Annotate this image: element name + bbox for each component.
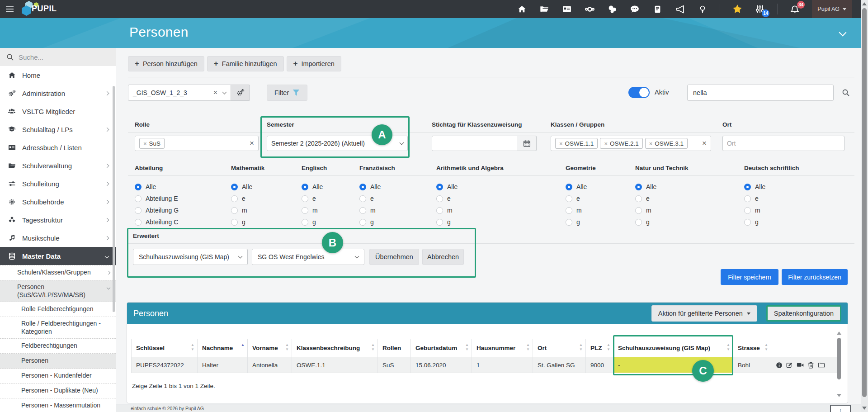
sidebar-item-feldberechtigungen[interactable]: Feldberechtigungen	[0, 339, 116, 354]
sidebar-item-schulen-klassen-gruppen[interactable]: Schulen/Klassen/Gruppen	[0, 265, 116, 280]
pupil-logo[interactable]: PUPIL	[21, 0, 74, 18]
remove-tag-icon[interactable]: ×	[559, 140, 563, 147]
home-icon[interactable]	[516, 4, 527, 14]
sort-icon[interactable]: ▲▼	[371, 343, 375, 352]
radio-icon[interactable]	[135, 207, 142, 214]
trash-icon[interactable]	[807, 362, 814, 369]
radio-selected-icon[interactable]	[231, 184, 238, 190]
column-header-nachname[interactable]: Nachname▲▼	[198, 339, 248, 357]
clear-filter-icon[interactable]: ×	[213, 89, 217, 97]
folder-open-icon[interactable]	[539, 4, 550, 14]
radio-icon[interactable]	[135, 195, 142, 202]
remove-tag-icon[interactable]: ×	[143, 140, 147, 147]
scroll-down-icon[interactable]	[837, 394, 841, 397]
klassen-gruppen-field[interactable]: ×OSWE.1.1 ×OSWE.2.1 ×OSWE.3.1 ×	[551, 136, 711, 151]
column-header-geburtsdatum[interactable]: Geburtsdatum▲▼	[411, 339, 472, 357]
sidebar-search[interactable]	[0, 48, 116, 66]
sidebar-item-schulverwaltung[interactable]: Schulverwaltung	[0, 156, 116, 175]
radio-icon[interactable]	[302, 219, 308, 226]
user-menu[interactable]: Pupil AG	[812, 0, 852, 18]
sort-icon[interactable]: ▲▼	[579, 343, 583, 352]
sidebar-scrollbar[interactable]	[113, 86, 115, 312]
reset-filter-button[interactable]: Filter zurücksetzen	[782, 269, 848, 285]
folder-icon[interactable]	[818, 361, 825, 369]
sidebar-item-master-data[interactable]: Master Data	[0, 247, 116, 265]
sidebar-item-schulbehoerde[interactable]: Schulbehörde	[0, 193, 116, 211]
sort-icon[interactable]: ▲▼	[607, 343, 610, 352]
radio-icon[interactable]	[231, 195, 238, 202]
radio-selected-icon[interactable]	[744, 184, 751, 190]
scroll-down-icon[interactable]	[862, 407, 867, 410]
contact-card-icon[interactable]	[561, 4, 572, 14]
scroll-up-icon[interactable]	[862, 2, 867, 5]
column-config-button[interactable]: Spaltenkonfiguration	[766, 305, 841, 322]
sort-icon[interactable]: ▲▼	[191, 343, 194, 352]
radio-icon[interactable]	[566, 219, 572, 226]
radio-icon[interactable]	[566, 207, 572, 214]
radio-icon[interactable]	[635, 195, 642, 202]
sidebar-item-administration[interactable]: Administration	[0, 84, 116, 102]
sliders-icon[interactable]: 14	[755, 4, 765, 14]
column-header-plz[interactable]: PLZ▲▼	[586, 339, 613, 357]
radio-selected-icon[interactable]	[359, 184, 366, 190]
klasse-tag[interactable]: ×OSWE.3.1	[645, 138, 688, 149]
add-person-button[interactable]: Person hinzufügen	[128, 56, 204, 71]
clear-field-icon[interactable]: ×	[250, 139, 254, 148]
sort-asc-icon[interactable]: ▲▼	[241, 343, 245, 352]
rolle-tag[interactable]: ×SuS	[139, 138, 165, 149]
remove-tag-icon[interactable]: ×	[649, 140, 653, 147]
column-header-hausnummer[interactable]: Hausnummer▲▼	[472, 339, 533, 357]
star-icon[interactable]	[732, 4, 743, 14]
calendar-icon[interactable]	[517, 136, 537, 151]
cloud-circles-icon[interactable]	[584, 4, 595, 14]
hamburger-menu-icon[interactable]	[0, 0, 18, 18]
radio-icon[interactable]	[436, 195, 443, 202]
lightbulb-icon[interactable]	[697, 4, 708, 14]
column-header-klassenbeschreibung[interactable]: Klassenbeschreibung▲▼	[292, 339, 378, 357]
column-header-rollen[interactable]: Rollen	[378, 339, 411, 357]
sidebar-item-musikschule[interactable]: Musikschule	[0, 229, 116, 247]
scrollbar-thumb[interactable]	[837, 338, 841, 379]
radio-icon[interactable]	[302, 195, 308, 202]
add-family-button[interactable]: Familie hinzufügen	[207, 56, 284, 71]
sidebar-item-rolle-feldberechtigungen[interactable]: Rolle Feldberechtigungen	[0, 302, 116, 317]
radio-icon[interactable]	[231, 207, 238, 214]
column-header-strasse[interactable]: Strasse▲▼	[733, 339, 771, 357]
radio-icon[interactable]	[135, 219, 142, 226]
video-icon[interactable]	[797, 361, 804, 369]
radio-selected-icon[interactable]	[566, 184, 572, 190]
sidebar-item-tagesstruktur[interactable]: Tagesstruktur	[0, 211, 116, 229]
sort-icon[interactable]: ▲▼	[285, 343, 289, 352]
info-icon[interactable]	[776, 362, 783, 369]
radio-selected-icon[interactable]	[436, 184, 443, 190]
radio-selected-icon[interactable]	[135, 184, 142, 190]
radio-icon[interactable]	[744, 219, 751, 226]
sidebar-item-personen-kundenfelder[interactable]: Personen - Kundenfelder	[0, 369, 116, 384]
sidebar-item-schulalltag[interactable]: Schulalltag / LPs	[0, 120, 116, 138]
filter-settings-button[interactable]	[231, 85, 250, 101]
radio-icon[interactable]	[744, 207, 751, 214]
edit-icon[interactable]	[786, 362, 793, 369]
klasse-tag[interactable]: ×OSWE.1.1	[555, 138, 598, 149]
radio-icon[interactable]	[744, 195, 751, 202]
table-scrollbar[interactable]	[836, 331, 842, 397]
radio-icon[interactable]	[359, 219, 366, 226]
chat-icon[interactable]	[629, 4, 640, 14]
save-filter-button[interactable]: Filter speichern	[721, 269, 778, 285]
radio-selected-icon[interactable]	[635, 184, 642, 190]
table-row[interactable]: PUPES24372022 Halter Antonella OSWE.1.1 …	[132, 357, 840, 373]
column-header-ort[interactable]: Ort▲▼	[533, 339, 586, 357]
column-header-vorname[interactable]: Vorname▲▼	[248, 339, 292, 357]
radio-icon[interactable]	[231, 219, 238, 226]
radio-icon[interactable]	[436, 219, 443, 226]
radio-icon[interactable]	[635, 207, 642, 214]
active-toggle[interactable]	[628, 87, 650, 98]
ort-field[interactable]: Ort	[722, 136, 844, 151]
radio-icon[interactable]	[566, 195, 572, 202]
cancel-button[interactable]: Abbrechen	[422, 249, 464, 265]
erweitert-type-select[interactable]: Schulhauszuweisung (GIS Map)	[133, 249, 248, 265]
scroll-to-top-button[interactable]: ↑	[830, 405, 851, 412]
scrollbar-thumb[interactable]	[862, 8, 867, 397]
page-scrollbar[interactable]	[861, 0, 868, 412]
sort-icon[interactable]: ▲▼	[526, 343, 530, 352]
